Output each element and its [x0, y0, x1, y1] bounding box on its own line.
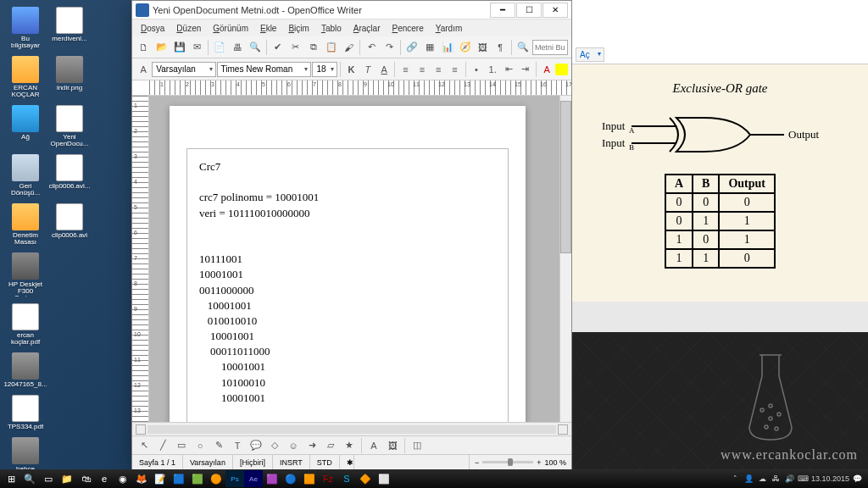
freeform-tool-button[interactable]: ✎	[210, 437, 227, 454]
ps-taskbar-icon[interactable]: Ps	[225, 470, 244, 487]
basic-shapes-button[interactable]: ◇	[266, 437, 283, 454]
numbering-button[interactable]: 1.	[485, 61, 500, 78]
close-button[interactable]: ✕	[542, 3, 568, 18]
app7-taskbar-icon[interactable]: 🔵	[281, 470, 300, 487]
viewer-tab[interactable]: Aç	[576, 47, 604, 62]
menu-görünüm[interactable]: Görünüm	[208, 22, 253, 35]
table-button[interactable]: ▦	[421, 39, 438, 56]
italic-button[interactable]: T	[360, 61, 376, 78]
tray-people-icon[interactable]: 👤	[743, 473, 755, 485]
menu-araçlar[interactable]: Araçlar	[348, 22, 386, 35]
desktop-icon[interactable]: clip0006.avi	[49, 202, 90, 247]
copy-button[interactable]: ⧉	[305, 39, 322, 56]
flowchart-button[interactable]: ▱	[322, 437, 339, 454]
chrome-taskbar-icon[interactable]: ◉	[114, 470, 132, 487]
pdf-button[interactable]: 📄	[211, 39, 228, 56]
desktop-icon[interactable]: HP Deskjet F300 Serie...	[5, 251, 46, 298]
explorer-taskbar-icon[interactable]: 📁	[58, 470, 76, 487]
format-paint-button[interactable]: 🖌	[340, 39, 357, 56]
filezilla-taskbar-icon[interactable]: Fz	[319, 470, 337, 487]
tray-lang-icon[interactable]: ⌨	[798, 473, 810, 485]
print-button[interactable]: 🖶	[229, 39, 246, 56]
tray-volume-icon[interactable]: 🔊	[784, 473, 796, 485]
skype-taskbar-icon[interactable]: S	[337, 470, 356, 487]
font-color-button[interactable]: A	[539, 61, 554, 78]
decrease-indent-button[interactable]: ⇤	[501, 61, 516, 78]
zoom-level[interactable]: 100 %	[544, 458, 566, 467]
menu-yardım[interactable]: Yardım	[431, 22, 468, 35]
desktop-icon[interactable]: Bu bilgisayar	[5, 5, 46, 51]
underline-button[interactable]: A	[376, 61, 392, 78]
tray-network-icon[interactable]: 🖧	[771, 473, 782, 485]
gallery-button[interactable]: 🖼	[474, 39, 491, 56]
paragraph-style-combo[interactable]: Varsayılan	[152, 62, 215, 77]
save-button[interactable]: 💾	[171, 39, 188, 56]
line-tool-button[interactable]: ╱	[154, 437, 171, 454]
desktop-icon[interactable]: ERCAN KOÇLAR	[5, 54, 46, 100]
scroll-left-button[interactable]	[136, 424, 146, 435]
find-icon[interactable]: 🔍	[515, 39, 531, 56]
horizontal-scrollbar[interactable]	[147, 425, 556, 434]
text-tool-button[interactable]: T	[229, 437, 246, 454]
notifications-icon[interactable]: 💬	[851, 473, 863, 485]
preview-button[interactable]: 🔍	[247, 39, 264, 56]
align-center-button[interactable]: ≡	[415, 61, 430, 78]
new-button[interactable]: 🗋	[136, 39, 153, 56]
menu-pencere[interactable]: Pencere	[387, 22, 428, 35]
bold-button[interactable]: K	[343, 61, 359, 78]
cut-button[interactable]: ✂	[287, 39, 304, 56]
callout-tool-button[interactable]: 💬	[248, 437, 264, 454]
text-frame[interactable]: Crc7 crc7 polinomu = 10001001 veri = 101…	[186, 148, 509, 422]
rect-tool-button[interactable]: ▭	[173, 437, 190, 454]
scroll-right-button[interactable]	[558, 424, 568, 435]
blender-taskbar-icon[interactable]: 🟠	[207, 470, 225, 487]
align-left-button[interactable]: ≡	[398, 61, 413, 78]
status-language[interactable]: [Hiçbiri]	[233, 455, 273, 469]
zoom-in-button[interactable]: +	[537, 458, 541, 467]
desktop-icon[interactable]: Ağ	[5, 103, 46, 149]
desktop-icon[interactable]: TPS334.pdf	[5, 393, 46, 432]
desktop-icon[interactable]: indir.png	[49, 54, 90, 100]
paste-button[interactable]: 📋	[323, 39, 340, 56]
nonprinting-button[interactable]: ¶	[492, 39, 509, 56]
store-taskbar-icon[interactable]: 🛍	[76, 470, 95, 487]
justify-button[interactable]: ≡	[447, 61, 462, 78]
highlight-button[interactable]	[555, 64, 568, 75]
tray-onedrive-icon[interactable]: ☁	[757, 473, 769, 485]
desktop-icon[interactable]: Yeni OpenDocu...	[49, 103, 90, 149]
desktop-icon[interactable]: clip0006.avi...	[49, 152, 90, 198]
font-name-combo[interactable]: Times New Roman	[217, 62, 312, 77]
spellcheck-button[interactable]: ✔	[270, 39, 287, 56]
desktop-icon[interactable]: merdivenl...	[49, 5, 90, 51]
font-size-combo[interactable]: 18	[312, 62, 337, 77]
desktop-icon[interactable]: ercan koçlar.pdf	[5, 302, 46, 347]
undo-button[interactable]: ↶	[363, 39, 380, 56]
menu-dosya[interactable]: Dosya	[136, 22, 170, 35]
app6-taskbar-icon[interactable]: 🟪	[263, 470, 281, 487]
menu-tablo[interactable]: Tablo	[316, 22, 347, 35]
align-right-button[interactable]: ≡	[431, 61, 446, 78]
maximize-button[interactable]: ☐	[516, 3, 542, 18]
menu-ekle[interactable]: Ekle	[255, 22, 281, 35]
stars-button[interactable]: ★	[341, 437, 358, 454]
increase-indent-button[interactable]: ⇥	[518, 61, 533, 78]
app11-taskbar-icon[interactable]: ⬜	[375, 470, 393, 487]
arrows-button[interactable]: ➜	[303, 437, 320, 454]
zoom-out-button[interactable]: −	[475, 458, 479, 467]
symbol-shapes-button[interactable]: ☺	[285, 437, 302, 454]
redo-button[interactable]: ↷	[381, 39, 398, 56]
horizontal-ruler[interactable]: 123456789101112131415161718	[132, 80, 571, 96]
zoom-slider[interactable]	[482, 461, 533, 463]
find-input[interactable]	[532, 40, 568, 55]
chart-button[interactable]: 📊	[439, 39, 456, 56]
desktop-icon[interactable]: 12047165_8...	[5, 351, 46, 390]
search-taskbar-button[interactable]: 🔍	[20, 470, 39, 487]
from-file-button[interactable]: 🖼	[384, 437, 401, 454]
taskview-button[interactable]: ▭	[39, 470, 58, 487]
status-insert[interactable]: INSRT	[273, 455, 310, 469]
edge-taskbar-icon[interactable]: e	[95, 470, 114, 487]
document-area[interactable]: Crc7 crc7 polinomu = 10001001 veri = 101…	[149, 96, 559, 422]
desktop-icon[interactable]: Geri Dönüşü...	[5, 152, 46, 198]
ae-taskbar-icon[interactable]: Ae	[244, 470, 263, 487]
hyperlink-button[interactable]: 🔗	[403, 39, 420, 56]
